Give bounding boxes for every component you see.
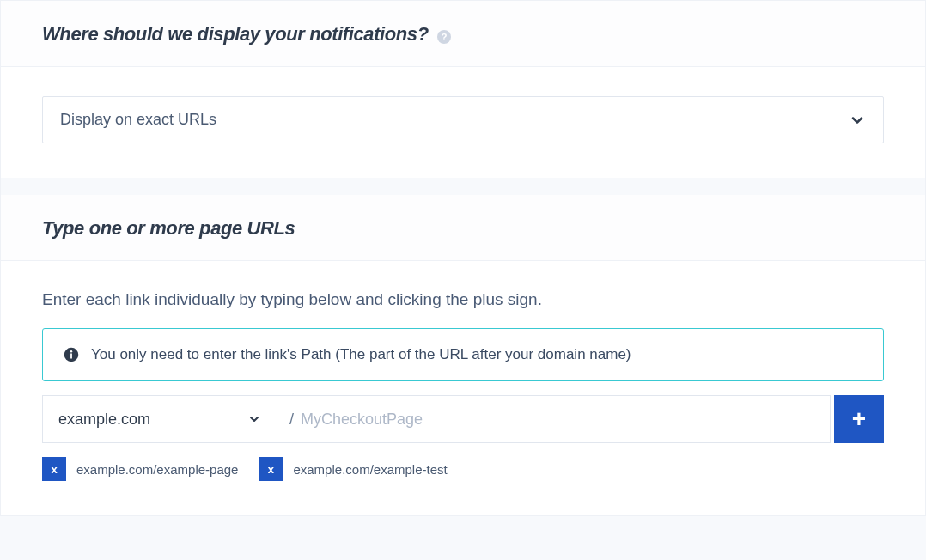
svg-rect-1 [70, 354, 72, 359]
url-tag-label: example.com/example-test [293, 462, 447, 477]
path-separator: / [277, 395, 301, 443]
domain-value: example.com [58, 411, 150, 429]
info-box: You only need to enter the link's Path (… [42, 328, 884, 381]
display-location-body: Display on exact URLs [1, 67, 925, 178]
url-tag: x example.com/example-page [42, 457, 238, 481]
chevron-down-icon [849, 112, 866, 129]
url-tags-row: x example.com/example-page x example.com… [42, 457, 884, 481]
page-urls-heading: Type one or more page URLs [42, 217, 295, 240]
domain-select[interactable]: example.com [42, 395, 277, 443]
url-input-row: example.com / + [42, 395, 884, 443]
add-url-button[interactable]: + [834, 395, 884, 443]
display-location-heading: Where should we display your notificatio… [42, 23, 429, 46]
remove-tag-button[interactable]: x [42, 457, 66, 481]
path-input[interactable] [301, 395, 831, 443]
page-urls-instruction: Enter each link individually by typing b… [42, 290, 884, 309]
display-mode-value: Display on exact URLs [60, 111, 216, 129]
help-icon[interactable]: ? [437, 30, 451, 44]
section-gap [1, 178, 925, 195]
chevron-down-icon [247, 412, 261, 426]
page-urls-header: Type one or more page URLs [1, 195, 925, 261]
url-tag: x example.com/example-test [259, 457, 447, 481]
display-location-header: Where should we display your notificatio… [1, 1, 925, 67]
svg-point-2 [70, 350, 72, 352]
info-icon [64, 347, 79, 362]
page-urls-body: Enter each link individually by typing b… [1, 261, 925, 515]
remove-tag-button[interactable]: x [259, 457, 283, 481]
info-text: You only need to enter the link's Path (… [91, 346, 631, 363]
url-tag-label: example.com/example-page [76, 462, 238, 477]
display-mode-select[interactable]: Display on exact URLs [42, 96, 884, 143]
